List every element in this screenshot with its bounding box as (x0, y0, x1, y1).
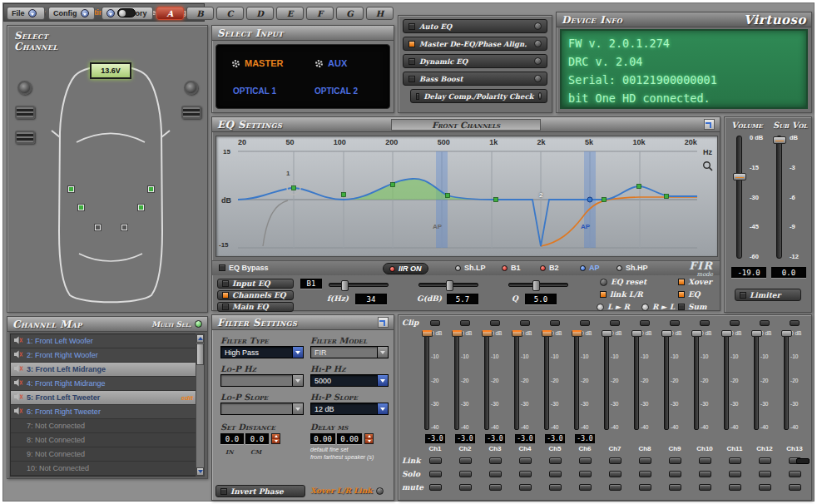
input-aux-button[interactable]: AUX (314, 58, 347, 68)
memory-tab-c[interactable]: C (216, 7, 244, 20)
slider-knob[interactable] (532, 280, 540, 291)
led-icon[interactable] (534, 57, 542, 65)
channel-row[interactable]: 4: Front Right Midrange (11, 377, 196, 391)
distance-in-box[interactable]: 0.0 (220, 433, 244, 444)
channel-row[interactable]: 5: Front Left Tweeteredit (11, 391, 196, 405)
meter-slider[interactable] (424, 330, 429, 430)
mute-button[interactable] (729, 484, 741, 491)
band-selector[interactable]: B1 (300, 279, 322, 289)
frequency-value[interactable]: 34 (355, 294, 387, 304)
xover-lr-link-toggle[interactable]: Xover L/R Link (310, 487, 384, 495)
config-menu-button[interactable]: Config (48, 7, 95, 20)
memory-tab-g[interactable]: G (336, 7, 364, 20)
sub-volume-slider-handle[interactable] (773, 136, 786, 144)
memory-tab-d[interactable]: D (246, 7, 274, 20)
led-icon[interactable] (538, 92, 542, 100)
input-master-button[interactable]: MASTER (231, 58, 283, 68)
clip-led-icon[interactable] (550, 320, 560, 326)
volume-value-box[interactable]: -19.0 (731, 267, 766, 278)
solo-button[interactable] (729, 471, 741, 477)
mute-button[interactable] (519, 484, 532, 491)
channel-row[interactable]: 8: Not Connected (11, 433, 196, 447)
mute-button[interactable] (759, 484, 771, 491)
meter-handle[interactable] (452, 330, 463, 337)
meter-handle[interactable] (691, 330, 702, 337)
mute-button[interactable] (789, 484, 801, 491)
mute-button[interactable] (699, 484, 711, 491)
meter-handle[interactable] (781, 330, 792, 337)
meter-slider[interactable] (754, 330, 759, 430)
scroll-down-icon[interactable] (196, 467, 204, 476)
link-button[interactable] (549, 457, 562, 464)
meter-handle[interactable] (661, 330, 672, 337)
clip-led-icon[interactable] (760, 320, 770, 326)
auto-eq-row[interactable]: Dynamic EQ (403, 54, 547, 68)
channel-row[interactable]: 9: Not Connected (11, 447, 196, 462)
meter-handle[interactable] (721, 330, 732, 337)
sub-volume-slider[interactable] (776, 136, 782, 259)
eq-graph[interactable]: 20501002005001k2k5k10k20k 15 dB -15 Hz (215, 136, 718, 257)
tweeter-speaker-icon[interactable] (184, 81, 198, 95)
filter-type-dropdown[interactable]: High Pass (220, 346, 304, 358)
limiter-button[interactable]: Limiter (735, 289, 801, 301)
solo-button[interactable] (429, 471, 442, 477)
link-button[interactable] (669, 457, 681, 464)
channel-row[interactable]: 3: Front Left Midrange (11, 363, 196, 377)
solo-button[interactable] (699, 471, 711, 477)
solo-button[interactable] (549, 471, 562, 477)
meter-handle[interactable] (482, 330, 493, 337)
clip-led-icon[interactable] (640, 320, 650, 326)
frequency-slider[interactable] (329, 283, 389, 287)
meter-slider[interactable] (634, 330, 639, 430)
memory-tab-a[interactable]: A (156, 7, 184, 20)
lowpass-slope-dropdown[interactable] (220, 403, 304, 415)
speaker-marker[interactable] (121, 224, 128, 231)
meter-handle[interactable] (631, 330, 642, 337)
meter-handle[interactable] (602, 330, 612, 337)
mute-button[interactable] (549, 484, 562, 491)
solo-button[interactable] (459, 471, 472, 477)
link-lr-button[interactable]: link L/R (600, 290, 643, 299)
led-icon[interactable] (534, 75, 542, 82)
meter-handle[interactable] (512, 330, 522, 337)
expand-icon[interactable] (378, 317, 389, 328)
clip-led-icon[interactable] (430, 320, 440, 326)
mute-button[interactable] (429, 484, 442, 491)
clip-led-icon[interactable] (460, 320, 470, 326)
distance-cm-box[interactable]: 0.0 (245, 433, 269, 444)
eq-reset-button[interactable]: EQ reset (600, 278, 646, 286)
auto-eq-row[interactable]: Auto EQ (403, 19, 547, 33)
channel-group-selector[interactable]: Front Channels (391, 119, 541, 131)
memory-tab-e[interactable]: E (276, 7, 304, 20)
all-pass-toggle[interactable]: AP (580, 264, 600, 272)
clip-led-icon[interactable] (520, 320, 530, 326)
link-button[interactable] (699, 457, 711, 464)
channel-row[interactable]: 1: Front Left Woofer (11, 334, 196, 348)
mute-button[interactable] (609, 484, 621, 491)
band1-toggle[interactable]: B1 (502, 264, 521, 272)
meter-slider[interactable] (544, 330, 549, 430)
link-button[interactable] (519, 457, 532, 464)
solo-button[interactable] (489, 471, 502, 477)
invert-phase-button[interactable]: Invert Phase (215, 485, 305, 497)
xover-view-button[interactable]: Xover (678, 278, 712, 286)
slider-knob[interactable] (446, 280, 453, 291)
delay-box-2[interactable]: 0.00 (337, 433, 362, 444)
channel-row[interactable]: 7: Not Connected (11, 419, 196, 433)
channel-row[interactable]: 2: Front Right Woofer (11, 348, 196, 363)
lowpass-freq-dropdown[interactable] (220, 374, 304, 387)
link-button[interactable] (429, 457, 442, 464)
solo-button[interactable] (609, 471, 621, 477)
file-menu-button[interactable]: File (7, 7, 45, 20)
meter-handle[interactable] (572, 330, 582, 337)
meter-slider[interactable] (784, 330, 789, 430)
meter-slider[interactable] (484, 330, 489, 430)
memory-tab-b[interactable]: B (186, 7, 214, 20)
speaker-marker[interactable] (67, 185, 75, 193)
auto-eq-row[interactable]: Bass Boost (403, 72, 547, 86)
clip-led-icon[interactable] (700, 320, 710, 326)
channel-row[interactable]: 10: Not Connected (11, 462, 196, 476)
meter-handle[interactable] (751, 330, 762, 337)
auto-eq-row[interactable]: Delay Comp./Polarity Check (410, 89, 547, 103)
highpass-freq-dropdown[interactable]: 5000 (310, 374, 389, 387)
